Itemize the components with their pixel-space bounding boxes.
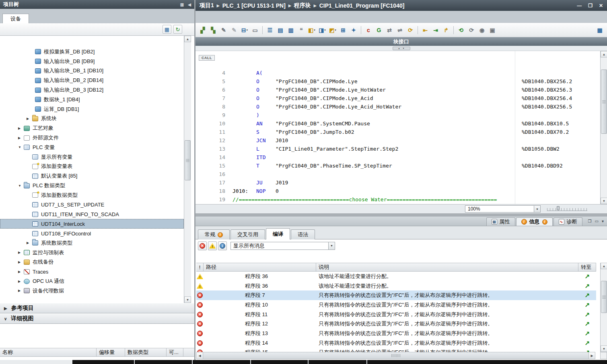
- code-line[interactable]: 13L"CIP1_Line01_Parameter".StepTimer.Ste…: [195, 145, 600, 153]
- snapshot-icon[interactable]: ▣: [488, 25, 497, 35]
- code-line[interactable]: 11S"PrgFC1040_DB".JumpTo.b02%DB1040.DBX7…: [195, 128, 600, 136]
- message-row[interactable]: ✕程序段 15只有将跳转指令的状态位设置为"/FC"后，才能从布尔逻辑序列中进行…: [196, 348, 596, 352]
- tree-scrollbar[interactable]: ▲ ▼: [184, 36, 191, 303]
- stop-monitoring-icon[interactable]: ⟳: [467, 25, 476, 35]
- filter-errors-button[interactable]: ✕: [198, 241, 207, 250]
- restore-icon[interactable]: ❐: [588, 3, 593, 8]
- tree-item[interactable]: UDT11_ITEM_INFO_TO_SCADA: [0, 210, 184, 219]
- goto-arrow-icon[interactable]: ↗: [585, 339, 590, 347]
- insert-empty-box-icon[interactable]: ▭: [250, 25, 260, 35]
- chevron-collapsed-icon[interactable]: ▶: [27, 241, 32, 245]
- expand-panel-icon[interactable]: ▭: [595, 219, 599, 223]
- insert-block-call-icon[interactable]: ⊟▾: [240, 25, 249, 35]
- symbol-info-icon[interactable]: ◩▾: [328, 25, 337, 35]
- collapse-panel-icon[interactable]: ▾: [602, 219, 604, 223]
- code-line[interactable]: 10AN"PrgFC1040_DB".SystemCMD.Pause%DB104…: [195, 119, 600, 128]
- goto-arrow-icon[interactable]: ↗: [585, 311, 590, 318]
- chevron-expanded-icon[interactable]: ▼: [18, 184, 24, 188]
- show-absolute-operands-icon[interactable]: ▥: [286, 25, 296, 35]
- code-line[interactable]: 6O"PrgFC1040_DB".CIPMode.Lye_HotWater%DB…: [195, 86, 600, 94]
- code-area[interactable]: 4A(5O"PrgFC1040_DB".CIPMode.Lye%DB1040.D…: [195, 69, 600, 204]
- scrollbar-thumb[interactable]: [203, 352, 588, 359]
- scroll-up-icon[interactable]: ▲: [601, 263, 607, 269]
- refresh-online-icon[interactable]: ↻: [173, 25, 182, 34]
- goto-arrow-icon[interactable]: ↗: [585, 301, 590, 309]
- scroll-right-icon[interactable]: ▶: [588, 352, 595, 359]
- tree-item[interactable]: ▼PLC 数据类型: [0, 181, 184, 190]
- auto-collapse-icon[interactable]: ▥: [180, 2, 184, 7]
- tree-item[interactable]: 输入输出块_DB [DB9]: [0, 57, 184, 66]
- interface-collapse-handle[interactable]: ▲▼: [393, 47, 410, 50]
- filter-info-button[interactable]: i: [218, 241, 227, 250]
- chevron-down-icon[interactable]: ▼: [328, 242, 335, 249]
- next-point-icon[interactable]: ↱: [441, 25, 451, 35]
- zoom-select[interactable]: 100% ▼: [465, 205, 541, 213]
- message-row[interactable]: ✕程序段 7只有将跳转指令的状态位设置为"/FC"后，才能从布尔逻辑序列中进行跳…: [196, 290, 596, 300]
- zoom-slider[interactable]: [547, 206, 587, 212]
- tab-general[interactable]: 常规i: [198, 229, 230, 239]
- block-interface-toggle-icon[interactable]: ⊞: [338, 25, 348, 35]
- code-line[interactable]: 5O"PrgFC1040_DB".CIPMode.Lye%DB1040.DBX2…: [195, 77, 600, 86]
- block-interface-bar[interactable]: 块接口: [195, 37, 607, 46]
- start-monitoring-icon[interactable]: ⟲: [456, 25, 466, 35]
- tree-item[interactable]: 数据块_1 [DB4]: [0, 95, 184, 104]
- code-line[interactable]: 8O"PrgFC1040_DB".CIPMode.Lye_Acid_HotWat…: [195, 102, 600, 111]
- jump-to-label-icon[interactable]: ⇥: [431, 25, 440, 35]
- scrollbar-thumb[interactable]: [601, 70, 607, 134]
- scroll-up-icon[interactable]: ▲: [184, 36, 191, 42]
- minimize-icon[interactable]: —: [577, 3, 582, 8]
- reference-projects-bar[interactable]: ▶ 参考项目: [0, 303, 194, 313]
- favorites-icon[interactable]: ✦: [349, 25, 358, 35]
- tree-item[interactable]: ▶系统块: [0, 114, 184, 124]
- insert-network-icon[interactable]: ▞: [198, 25, 208, 35]
- message-row[interactable]: ✕程序段 14只有将跳转指令的状态位设置为"/FC"后，才能从布尔逻辑序列中进行…: [196, 338, 596, 348]
- tree-item[interactable]: 输入输出块_DB_3 [DB12]: [0, 85, 184, 95]
- message-table-scrollbar[interactable]: ▲ ▼: [600, 263, 607, 352]
- details-view-bar[interactable]: ∨ 详细视图: [0, 313, 194, 324]
- message-table-hscrollbar[interactable]: ◀ ▶: [196, 352, 595, 359]
- code-line[interactable]: 4A(: [195, 69, 600, 77]
- goto-arrow-icon[interactable]: ↗: [585, 320, 590, 327]
- code-line[interactable]: 17JUJ019: [195, 178, 600, 187]
- go-to-definition-icon[interactable]: G: [374, 25, 384, 35]
- inspector-tab-info[interactable]: i信息i: [516, 217, 553, 226]
- tab-syntax[interactable]: 语法: [291, 229, 315, 239]
- editor-options-icon[interactable]: ▦: [595, 25, 605, 35]
- breadcrumb-segment[interactable]: CIP1_Line01_Program [FC1040]: [319, 2, 405, 9]
- tree-item[interactable]: UDT108_FIFOcontrol: [0, 229, 184, 238]
- message-row[interactable]: !程序段 36该地址不能通过变量进行分配。↗: [196, 272, 596, 281]
- message-row[interactable]: ✕程序段 10只有将跳转指令的状态位设置为"/FC"后，才能从布尔逻辑序列中进行…: [196, 300, 596, 310]
- message-row[interactable]: !程序段 36该地址不能通过变量进行分配。↗: [196, 281, 596, 291]
- insert-row-icon[interactable]: ✎: [219, 25, 228, 35]
- refresh-consistency-icon[interactable]: ⇌: [395, 25, 405, 35]
- compile-icon[interactable]: ⟳: [405, 25, 415, 35]
- goto-arrow-icon[interactable]: ↗: [585, 282, 590, 290]
- tree-item[interactable]: ▶设备代理数据: [0, 286, 184, 296]
- message-row[interactable]: ✕程序段 12只有将跳转指令的状态位设置为"/FC"后，才能从布尔逻辑序列中进行…: [196, 319, 596, 329]
- operand-format-icon[interactable]: ◧▾: [307, 25, 317, 35]
- inspector-tab-diagnostics[interactable]: ∿诊断: [554, 217, 582, 226]
- tree-item[interactable]: ▶工艺对象: [0, 123, 184, 133]
- code-line[interactable]: 18J010:NOP0: [195, 187, 600, 195]
- chevron-collapsed-icon[interactable]: ▶: [18, 270, 24, 274]
- tree-item[interactable]: 添加新变量表: [0, 162, 184, 172]
- close-icon[interactable]: ✕: [599, 3, 603, 8]
- tree-item[interactable]: 运算_DB [DB1]: [0, 104, 184, 114]
- delete-row-icon[interactable]: ✎: [229, 25, 239, 35]
- tree-item[interactable]: ▶Traces: [0, 267, 184, 276]
- scroll-left-icon[interactable]: ◀: [197, 352, 203, 359]
- tree-item[interactable]: ▶系统数据类型: [0, 238, 184, 248]
- goto-arrow-icon[interactable]: ↗: [585, 273, 590, 280]
- open-all-networks-icon[interactable]: ☰: [265, 25, 275, 35]
- chevron-collapsed-icon[interactable]: ▶: [18, 136, 24, 140]
- call-region-tag[interactable]: CALL: [199, 55, 215, 61]
- chevron-collapsed-icon[interactable]: ▶: [18, 127, 24, 130]
- tree-item[interactable]: 添加新数据类型: [0, 190, 184, 200]
- scroll-down-icon[interactable]: ▼: [184, 297, 191, 303]
- message-row[interactable]: ✕程序段 11只有将跳转指令的状态位设置为"/FC"后，才能从布尔逻辑序列中进行…: [196, 310, 596, 319]
- tree-item[interactable]: 输入输出块_DB_2 [DB14]: [0, 76, 184, 85]
- tab-cross-references[interactable]: 交叉引用: [230, 229, 265, 239]
- scrollbar-thumb[interactable]: [185, 140, 191, 180]
- chevron-collapsed-icon[interactable]: ▶: [18, 260, 24, 264]
- jump-backward-icon[interactable]: ⇤: [420, 25, 430, 35]
